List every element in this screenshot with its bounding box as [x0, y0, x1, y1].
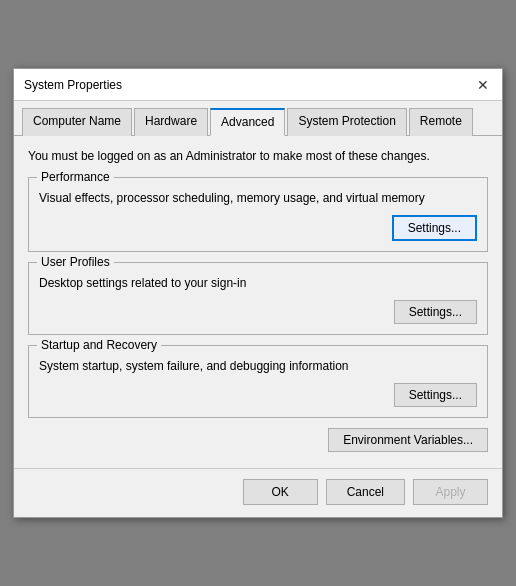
- user-profiles-description: Desktop settings related to your sign-in: [39, 275, 477, 292]
- tab-advanced[interactable]: Advanced: [210, 108, 285, 136]
- ok-button[interactable]: OK: [243, 479, 318, 505]
- tab-remote[interactable]: Remote: [409, 108, 473, 136]
- startup-recovery-settings-button[interactable]: Settings...: [394, 383, 477, 407]
- performance-group: Performance Visual effects, processor sc…: [28, 177, 488, 252]
- startup-recovery-group: Startup and Recovery System startup, sys…: [28, 345, 488, 418]
- user-profiles-group-label: User Profiles: [37, 255, 114, 269]
- apply-button[interactable]: Apply: [413, 479, 488, 505]
- performance-group-label: Performance: [37, 170, 114, 184]
- tab-computer-name[interactable]: Computer Name: [22, 108, 132, 136]
- performance-settings-button[interactable]: Settings...: [392, 215, 477, 241]
- content-area: You must be logged on as an Administrato…: [14, 136, 502, 467]
- footer: OK Cancel Apply: [14, 468, 502, 517]
- user-profiles-btn-row: Settings...: [39, 300, 477, 324]
- admin-notice: You must be logged on as an Administrato…: [28, 148, 488, 165]
- tab-bar: Computer Name Hardware Advanced System P…: [14, 101, 502, 136]
- env-variables-row: Environment Variables...: [28, 428, 488, 452]
- performance-btn-row: Settings...: [39, 215, 477, 241]
- title-bar: System Properties ✕: [14, 69, 502, 101]
- startup-recovery-description: System startup, system failure, and debu…: [39, 358, 477, 375]
- tab-hardware[interactable]: Hardware: [134, 108, 208, 136]
- startup-recovery-btn-row: Settings...: [39, 383, 477, 407]
- startup-recovery-group-label: Startup and Recovery: [37, 338, 161, 352]
- system-properties-window: System Properties ✕ Computer Name Hardwa…: [13, 68, 503, 517]
- cancel-button[interactable]: Cancel: [326, 479, 405, 505]
- environment-variables-button[interactable]: Environment Variables...: [328, 428, 488, 452]
- close-button[interactable]: ✕: [474, 76, 492, 94]
- performance-description: Visual effects, processor scheduling, me…: [39, 190, 477, 207]
- user-profiles-group: User Profiles Desktop settings related t…: [28, 262, 488, 335]
- tab-system-protection[interactable]: System Protection: [287, 108, 406, 136]
- window-title: System Properties: [24, 78, 122, 92]
- user-profiles-settings-button[interactable]: Settings...: [394, 300, 477, 324]
